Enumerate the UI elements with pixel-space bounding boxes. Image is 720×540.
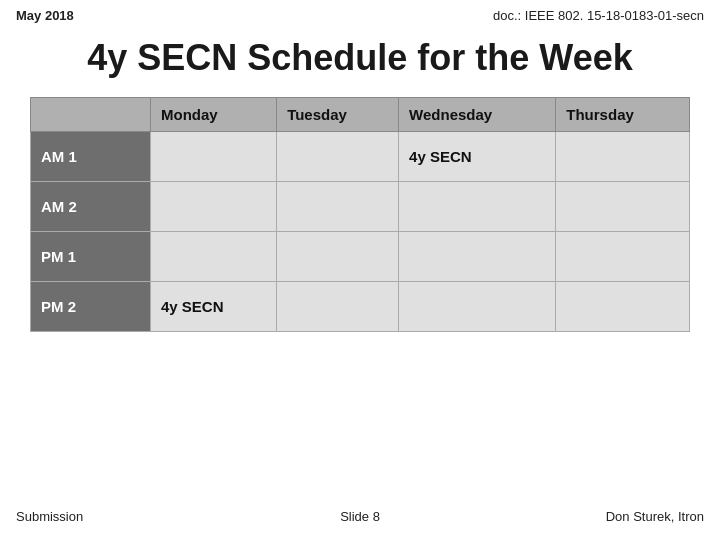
row-am1-thursday — [556, 132, 690, 182]
row-am1-wednesday: 4y SECN — [399, 132, 556, 182]
col-header-wednesday: Wednesday — [399, 98, 556, 132]
header-bar: May 2018 doc.: IEEE 802. 15-18-0183-01-s… — [0, 0, 720, 27]
table-row: AM 2 — [31, 182, 690, 232]
table-row: AM 1 4y SECN — [31, 132, 690, 182]
row-am2-thursday — [556, 182, 690, 232]
row-am1-tuesday — [277, 132, 399, 182]
row-pm2-monday: 4y SECN — [151, 282, 277, 332]
footer-slide: Slide 8 — [340, 509, 380, 524]
row-pm1-tuesday — [277, 232, 399, 282]
footer-bar: Submission Slide 8 Don Sturek, Itron — [0, 497, 720, 532]
row-am1-monday — [151, 132, 277, 182]
schedule-table-wrapper: Monday Tuesday Wednesday Thursday AM 1 4… — [0, 97, 720, 332]
col-header-thursday: Thursday — [556, 98, 690, 132]
row-pm1-monday — [151, 232, 277, 282]
col-header-empty — [31, 98, 151, 132]
page-title: 4y SECN Schedule for the Week — [0, 37, 720, 79]
header-date: May 2018 — [16, 8, 74, 23]
footer-author: Don Sturek, Itron — [606, 509, 704, 524]
row-pm2-wednesday — [399, 282, 556, 332]
row-label-am2: AM 2 — [31, 182, 151, 232]
footer-submission: Submission — [16, 509, 83, 524]
header-doc: doc.: IEEE 802. 15-18-0183-01-secn — [493, 8, 704, 23]
row-am2-tuesday — [277, 182, 399, 232]
row-label-pm1: PM 1 — [31, 232, 151, 282]
row-pm1-wednesday — [399, 232, 556, 282]
row-pm2-tuesday — [277, 282, 399, 332]
table-row: PM 2 4y SECN — [31, 282, 690, 332]
table-header-row: Monday Tuesday Wednesday Thursday — [31, 98, 690, 132]
schedule-table: Monday Tuesday Wednesday Thursday AM 1 4… — [30, 97, 690, 332]
row-am2-monday — [151, 182, 277, 232]
row-pm2-thursday — [556, 282, 690, 332]
row-am2-wednesday — [399, 182, 556, 232]
row-label-am1: AM 1 — [31, 132, 151, 182]
row-pm1-thursday — [556, 232, 690, 282]
row-label-pm2: PM 2 — [31, 282, 151, 332]
col-header-monday: Monday — [151, 98, 277, 132]
table-row: PM 1 — [31, 232, 690, 282]
col-header-tuesday: Tuesday — [277, 98, 399, 132]
